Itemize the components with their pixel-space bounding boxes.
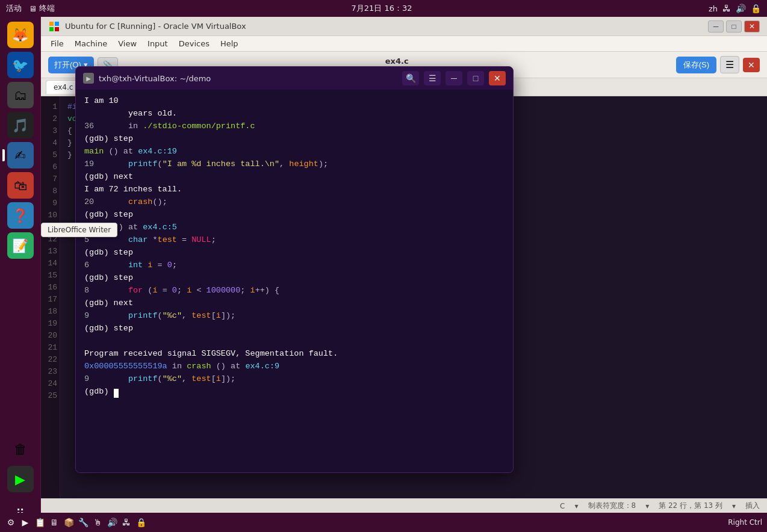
- vbox-title-left: Ubuntu for C [Running] - Oracle VM Virtu…: [48, 20, 246, 32]
- terminal-title-icon: ▶: [83, 73, 94, 84]
- vbox-title-bar: Ubuntu for C [Running] - Oracle VM Virtu…: [41, 17, 767, 36]
- term-line-16: 8 for (i = 0; i < 1000000; i++) {: [84, 284, 505, 297]
- sidebar-item-thunderbird[interactable]: 🐦: [7, 52, 34, 78]
- sidebar-item-notes[interactable]: 📝: [7, 232, 34, 259]
- vbox-menu-input[interactable]: Input: [143, 38, 173, 49]
- vbox-menu-file[interactable]: File: [46, 38, 69, 49]
- vbox-restore-button[interactable]: □: [726, 20, 742, 32]
- taskbar-icon-1[interactable]: ⚙: [5, 516, 17, 528]
- status-tab-dropdown[interactable]: ▾: [645, 502, 649, 510]
- term-line-11: crash () at ex4.c:5: [84, 221, 505, 234]
- battery-icon: 🔒: [751, 4, 761, 13]
- vbox-minimize-button[interactable]: ─: [708, 20, 724, 32]
- thunderbird-icon: 🐦: [12, 58, 28, 73]
- status-tab-width[interactable]: 制表符宽度：8: [588, 501, 636, 511]
- gedit-menu-button[interactable]: ☰: [720, 56, 739, 73]
- network-icon: 🖧: [722, 4, 731, 13]
- term-line-14: 6 int i = 0;: [84, 259, 505, 271]
- term-line-10: (gdb) step: [84, 208, 505, 221]
- status-insert: 插入: [745, 501, 760, 511]
- top-bar-datetime: 7月21日 16：32: [351, 3, 412, 14]
- taskbar-icon-4[interactable]: 🖥: [48, 516, 60, 528]
- line-numbers: 12345 678910 1112131415 1617181920 21222…: [41, 96, 60, 498]
- appstore-icon: 🛍: [14, 178, 27, 193]
- term-line-4: (gdb) step: [84, 132, 505, 145]
- trash-icon: 🗑: [14, 442, 27, 457]
- lang-indicator[interactable]: zh: [709, 4, 718, 13]
- vbox-menu-help[interactable]: Help: [216, 38, 243, 49]
- term-line-5: main () at ex4.c:19: [84, 145, 505, 158]
- term-line-8: I am 72 inches tall.: [84, 183, 505, 196]
- terminal-indicator: 🖥 终端: [29, 3, 55, 14]
- bottom-taskbar: ⚙ ▶ 📋 🖥 📦 🔧 🖱 🔊 🖧 🔒 Right Ctrl: [0, 513, 767, 532]
- term-line-22: 0x00005555555519a in crash () at ex4.c:9: [84, 360, 505, 373]
- terminal-window: ▶ txh@txh-VirtualBox: ~/demo 🔍 ☰ ─ □ ✕ I…: [75, 66, 514, 473]
- term-line-12: 5 char *test = NULL;: [84, 234, 505, 246]
- term-line-24[interactable]: (gdb): [84, 385, 505, 398]
- term-line-21: Program received signal SIGSEGV, Segment…: [84, 347, 505, 360]
- sidebar-item-appstore[interactable]: 🛍: [7, 172, 34, 199]
- volume-icon: 🔊: [736, 4, 746, 13]
- taskbar-icon-6[interactable]: 🔧: [77, 516, 89, 528]
- terminal-content[interactable]: I am 10 years old. 36 in ./stdio-common/…: [76, 90, 513, 472]
- sidebar-item-firefox[interactable]: 🦊: [7, 22, 34, 48]
- vbox-menu-devices[interactable]: Devices: [174, 38, 214, 49]
- taskbar-right: Right Ctrl: [728, 518, 762, 527]
- terminal-title-controls: 🔍 ☰ ─ □ ✕: [402, 71, 506, 85]
- terminal-sidebar-icon: ▶: [15, 472, 25, 487]
- term-line-13: (gdb) step: [84, 246, 505, 259]
- term-line-19: (gdb) step: [84, 322, 505, 335]
- taskbar-icon-2[interactable]: ▶: [19, 516, 31, 528]
- term-line-20: [84, 335, 505, 347]
- term-line-23: 9 printf("%c", test[i]);: [84, 373, 505, 385]
- tab-ex4c-label: ex4.c: [54, 83, 73, 91]
- activities-button[interactable]: 活动: [6, 3, 22, 14]
- terminal-title-text: txh@txh-VirtualBox: ~/demo: [99, 74, 211, 83]
- sidebar-item-rhythmbox[interactable]: 🎵: [7, 112, 34, 138]
- gedit-close-button[interactable]: ✕: [743, 58, 760, 72]
- taskbar-icon-9[interactable]: 🖧: [120, 516, 132, 528]
- notes-icon: 📝: [12, 238, 28, 253]
- help-icon: ❓: [12, 208, 28, 223]
- taskbar-icon-7[interactable]: 🖱: [92, 516, 104, 528]
- vbox-menu-machine[interactable]: Machine: [70, 38, 112, 49]
- term-line-2: years old.: [84, 107, 505, 120]
- taskbar-icon-8[interactable]: 🔊: [106, 516, 118, 528]
- sidebar-item-help[interactable]: ❓: [7, 202, 34, 229]
- term-line-3: 36 in ./stdio-common/printf.c: [84, 120, 505, 132]
- status-lang[interactable]: C: [560, 502, 565, 510]
- svg-rect-1: [55, 22, 59, 26]
- sidebar-item-files[interactable]: 🗂: [7, 82, 34, 108]
- sidebar-item-terminal[interactable]: ▶: [7, 466, 34, 492]
- left-sidebar: 🦊 🐦 🗂 🎵 ✍ 🛍 ❓ 📝 🗑 ▶ ⠿: [0, 17, 41, 532]
- term-line-17: (gdb) next: [84, 297, 505, 309]
- terminal-restore-button[interactable]: □: [467, 71, 484, 85]
- terminal-cursor: [114, 389, 119, 398]
- gedit-filename: ex4.c: [385, 57, 409, 66]
- top-bar-left: 活动 🖥 终端: [6, 3, 55, 14]
- terminal-menu-button[interactable]: ☰: [424, 71, 441, 85]
- taskbar-icon-10[interactable]: 🔒: [135, 516, 147, 528]
- terminal-title-bar: ▶ txh@txh-VirtualBox: ~/demo 🔍 ☰ ─ □ ✕: [76, 67, 513, 90]
- vbox-close-button[interactable]: ✕: [744, 20, 760, 32]
- taskbar-icon-5[interactable]: 📦: [63, 516, 75, 528]
- sidebar-item-trash[interactable]: 🗑: [7, 436, 34, 462]
- vbox-menu-view[interactable]: View: [113, 38, 141, 49]
- term-line-6: 19 printf("I am %d inches tall.\n", heig…: [84, 158, 505, 170]
- sidebar-item-writer[interactable]: ✍: [7, 142, 34, 169]
- vbox-menu-bar: File Machine View Input Devices Help: [41, 36, 767, 52]
- status-position-dropdown[interactable]: ▾: [732, 502, 736, 510]
- taskbar-left: ⚙ ▶ 📋 🖥 📦 🔧 🖱 🔊 🖧 🔒: [5, 516, 147, 528]
- writer-icon: ✍: [14, 148, 25, 163]
- files-icon: 🗂: [14, 88, 27, 103]
- taskbar-right-label: Right Ctrl: [728, 518, 762, 527]
- status-position: 第 22 行，第 13 列: [659, 501, 722, 511]
- status-dropdown[interactable]: ▾: [574, 502, 578, 510]
- gedit-save-button[interactable]: 保存(S): [676, 57, 716, 73]
- gedit-header-right: 保存(S) ☰ ✕: [676, 56, 760, 73]
- terminal-minimize-button[interactable]: ─: [446, 71, 462, 85]
- taskbar-icon-3[interactable]: 📋: [34, 516, 46, 528]
- terminal-close-button[interactable]: ✕: [489, 71, 506, 85]
- terminal-label: 终端: [39, 3, 55, 14]
- terminal-search-button[interactable]: 🔍: [402, 71, 419, 85]
